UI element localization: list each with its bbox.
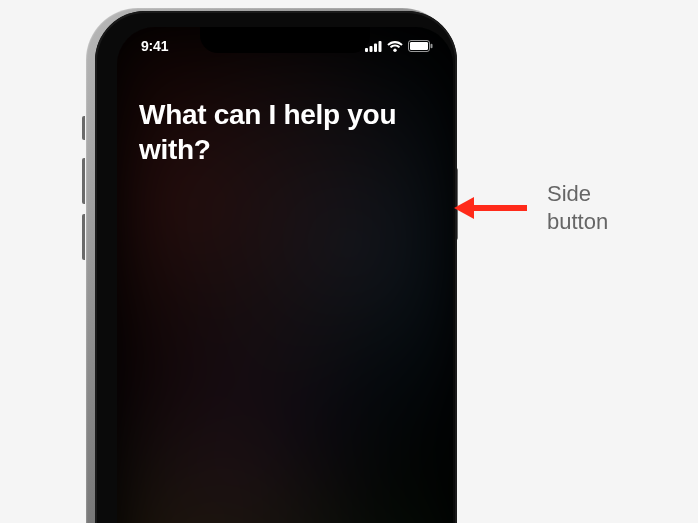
side-button-callout: Side button bbox=[462, 180, 608, 235]
iphone-device-illustration: 9:41 What can I help you with? bbox=[80, 8, 460, 523]
mute-switch bbox=[82, 116, 85, 140]
svg-rect-1 bbox=[370, 46, 373, 52]
callout-label-line1: Side bbox=[547, 181, 591, 206]
arrow-icon bbox=[462, 197, 527, 219]
siri-prompt-text: What can I help you with? bbox=[139, 97, 431, 167]
volume-up-button bbox=[82, 158, 85, 204]
svg-rect-7 bbox=[431, 44, 433, 49]
notch bbox=[200, 27, 370, 53]
battery-icon bbox=[408, 40, 433, 52]
phone-bezel: 9:41 What can I help you with? bbox=[95, 11, 457, 523]
svg-point-4 bbox=[393, 48, 396, 51]
svg-rect-3 bbox=[379, 41, 382, 52]
volume-down-button bbox=[82, 214, 85, 260]
phone-body: 9:41 What can I help you with? bbox=[86, 8, 454, 523]
status-right-cluster bbox=[365, 40, 433, 52]
callout-label-line2: button bbox=[547, 209, 608, 234]
wifi-icon bbox=[387, 41, 403, 52]
status-time: 9:41 bbox=[141, 38, 168, 54]
svg-rect-2 bbox=[374, 43, 377, 52]
phone-screen: 9:41 What can I help you with? bbox=[117, 27, 453, 523]
callout-label: Side button bbox=[547, 180, 608, 235]
svg-rect-6 bbox=[410, 42, 428, 50]
svg-rect-0 bbox=[365, 48, 368, 52]
